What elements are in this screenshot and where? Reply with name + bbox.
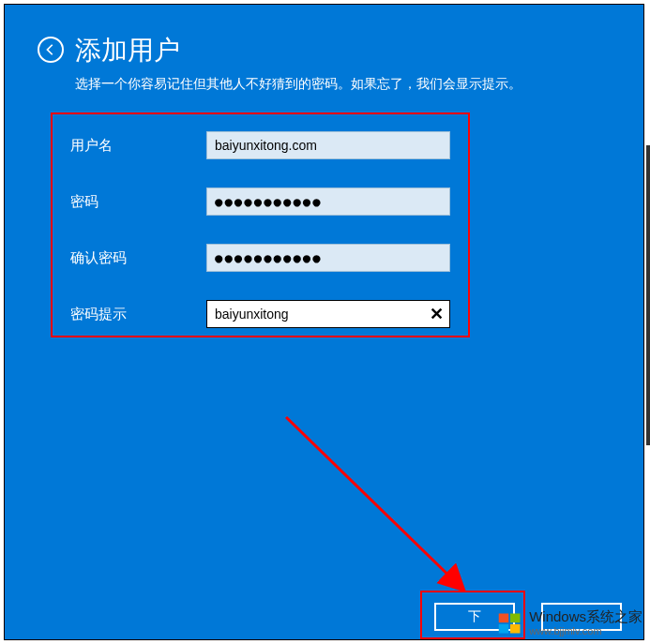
right-edge-shadow — [646, 145, 650, 445]
form: 用户名 密码 确认密码 密码提示 ✕ — [70, 131, 455, 356]
confirm-row: 确认密码 — [70, 244, 455, 272]
confirm-input-wrap — [206, 244, 450, 272]
username-input[interactable] — [206, 131, 450, 159]
hint-row: 密码提示 ✕ — [70, 300, 455, 328]
svg-rect-4 — [510, 624, 521, 634]
watermark-line1: Windows系统之家 — [529, 609, 642, 625]
confirm-password-input[interactable] — [206, 244, 450, 272]
page-subtitle: 选择一个你容易记住但其他人不好猜到的密码。如果忘了，我们会显示提示。 — [75, 76, 522, 93]
password-input[interactable] — [206, 187, 450, 216]
svg-rect-2 — [510, 613, 521, 622]
confirm-label: 确认密码 — [70, 249, 206, 267]
hint-label: 密码提示 — [70, 306, 206, 323]
password-label: 密码 — [70, 193, 206, 211]
header: 添加用户 选择一个你容易记住但其他人不好猜到的密码。如果忘了，我们会显示提示。 — [5, 5, 643, 102]
watermark-line2: www.bjjmlv.com — [529, 625, 642, 637]
watermark: Windows系统之家 www.bjjmlv.com — [497, 609, 642, 637]
clear-input-icon[interactable]: ✕ — [426, 304, 446, 324]
dialog-window: 添加用户 选择一个你容易记住但其他人不好猜到的密码。如果忘了，我们会显示提示。 … — [4, 4, 644, 640]
back-arrow-icon — [44, 43, 57, 56]
username-input-wrap — [206, 131, 450, 159]
password-row: 密码 — [70, 187, 455, 216]
page-title: 添加用户 — [75, 33, 522, 68]
header-text: 添加用户 选择一个你容易记住但其他人不好猜到的密码。如果忘了，我们会显示提示。 — [75, 33, 522, 93]
username-row: 用户名 — [70, 131, 455, 159]
svg-rect-1 — [499, 613, 509, 622]
watermark-text: Windows系统之家 www.bjjmlv.com — [529, 609, 642, 637]
password-hint-input[interactable] — [206, 300, 450, 328]
hint-input-wrap: ✕ — [206, 300, 450, 328]
username-label: 用户名 — [70, 137, 206, 155]
back-button[interactable] — [38, 37, 64, 63]
windows-logo-icon — [497, 610, 523, 637]
svg-rect-3 — [499, 624, 509, 634]
svg-line-0 — [286, 417, 464, 591]
password-input-wrap — [206, 187, 450, 216]
